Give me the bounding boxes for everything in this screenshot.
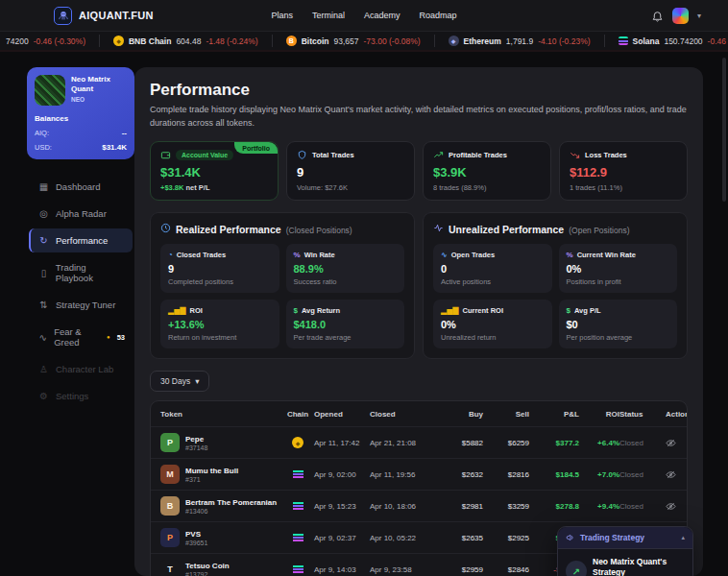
opened-date: Apr 9, 02:00	[314, 470, 370, 479]
wallet-icon	[160, 150, 171, 160]
chain-icon	[293, 534, 303, 541]
chevron-down-icon: ▾	[195, 376, 199, 386]
token-id: #13792	[185, 571, 230, 576]
bell-icon[interactable]	[651, 10, 664, 22]
metric-tile: ◔ Closed Trades 9 Completed positions	[160, 244, 279, 293]
portfolio-ribbon: Portfolio	[234, 142, 278, 154]
sidebar-item-settings[interactable]: ⚙ Settings	[29, 384, 133, 408]
metric-value: 0%	[441, 319, 545, 330]
ticker-price: 150.74200	[664, 36, 702, 46]
nav-link-plans[interactable]: Plans	[271, 11, 293, 20]
trend-down-icon	[570, 150, 580, 160]
popup-header[interactable]: Trading Strategy ▴	[558, 527, 692, 549]
opened-date: Apr 9, 02:37	[314, 534, 370, 542]
sidebar-item-performance[interactable]: ↻ Performance	[29, 228, 133, 252]
account-value-badge: Account Value	[176, 150, 233, 160]
profile-card: Neo Matrix Quant NEO Balances AIQ:-- USD…	[27, 67, 134, 159]
strategy-title: Neo Matrix Quant's Strategy	[593, 557, 685, 576]
brand-title[interactable]: AIQUANT.FUN	[79, 10, 154, 21]
sell-value: $3259	[483, 502, 529, 511]
opened-date: Apr 9, 15:23	[314, 502, 370, 511]
sidebar-item-strategy-tuner[interactable]: ⇅ Strategy Tuner	[29, 293, 133, 317]
shield-icon	[297, 150, 307, 160]
bar-chart-icon: ▂▅▇	[168, 306, 185, 315]
table-header: Token Chain Opened Closed Buy Sell P&L R…	[151, 401, 687, 426]
token-icon: B	[160, 496, 180, 516]
fear-greed-dot-icon: ●	[107, 334, 110, 340]
metric-value: 0	[441, 263, 545, 275]
main-panel: Performance Complete trade history displ…	[134, 67, 703, 576]
metric-value: 0%	[567, 263, 670, 275]
sell-value: $2816	[483, 470, 529, 479]
ticker-item: Bitcoin 93,657 -73.00 (-0.08%)	[272, 35, 434, 47]
nav-link-terminal[interactable]: Terminal	[312, 11, 345, 20]
token-name: Mumu the Bull	[185, 467, 238, 475]
time-range-dropdown[interactable]: 30 Days ▾	[150, 371, 209, 392]
price-ticker: 74200 -0.46 (-0.30%) BNB Chain 604.48 -1…	[0, 32, 728, 52]
page-description: Complete trade history displaying Neo Ma…	[150, 104, 688, 130]
token-name: PVS	[185, 530, 207, 539]
top-nav: AIQUANT.FUN Plans Terminal Academy Roadm…	[0, 0, 728, 32]
token-id: #37148	[185, 444, 207, 451]
chevron-up-icon[interactable]: ▴	[681, 534, 685, 541]
chevron-down-icon[interactable]: ▾	[697, 12, 701, 20]
pnl-value: $377.2	[529, 439, 579, 447]
eye-off-icon[interactable]	[666, 438, 676, 448]
token-id: #371	[185, 476, 238, 483]
sidebar-item-trading-playbook[interactable]: ▯ Trading Playbook	[29, 255, 133, 290]
nav-link-academy[interactable]: Academy	[364, 11, 400, 20]
book-icon: ▯	[38, 268, 49, 278]
page-title: Performance	[150, 81, 688, 100]
account-value-card: Portfolio Account Value $31.4K +$3.8K ne…	[150, 141, 279, 201]
buy-value: $2635	[437, 534, 483, 542]
token-icon: P	[160, 433, 180, 452]
sidebar-item-label: Settings	[56, 391, 88, 401]
sidebar-item-label: Strategy Tuner	[56, 300, 115, 310]
page-scrollbar[interactable]	[722, 58, 726, 202]
ticker-price: 74200	[6, 36, 29, 46]
metric-value: $418.0	[294, 319, 398, 330]
metric-sub: Positions in profit	[567, 277, 670, 286]
roi-value: +9.4%	[579, 502, 619, 511]
ticker-change: -0.46 (-0.30%)	[708, 36, 728, 46]
eye-off-icon[interactable]	[666, 469, 676, 480]
chain-icon	[292, 437, 303, 448]
activity-icon: ∿	[441, 251, 448, 259]
metric-label: Current ROI	[462, 306, 503, 315]
sidebar-item-fear-greed[interactable]: ∿ Fear & Greed ● 53	[29, 320, 133, 354]
user-avatar[interactable]	[672, 8, 689, 24]
status-badge: Closed	[619, 502, 666, 511]
unrealized-performance-panel: Unrealized Performance (Open Positions) …	[423, 212, 688, 359]
ticker-item: 74200 -0.46 (-0.30%)	[0, 35, 99, 47]
metric-tile: ▂▅▇ ROI +13.6% Return on investment	[160, 300, 279, 348]
sell-value: $2846	[483, 565, 529, 574]
coin-icon	[449, 36, 459, 46]
activity-icon: ∿	[38, 332, 47, 343]
metric-value: +13.6%	[168, 319, 272, 330]
eye-off-icon[interactable]	[666, 501, 676, 512]
octopus-logo-icon[interactable]	[54, 7, 72, 25]
ticker-price: 93,657	[334, 36, 359, 46]
trend-up-icon	[433, 150, 444, 160]
sidebar-item-alpha-radar[interactable]: ◎ Alpha Radar	[29, 202, 133, 226]
percent-icon: %	[567, 251, 573, 259]
sliders-icon: ⇅	[38, 300, 49, 310]
dollar-icon: $	[567, 306, 570, 315]
chain-icon	[293, 470, 303, 478]
token-icon: T	[160, 560, 180, 576]
sidebar-item-character-lab[interactable]: ♙ Character Lab	[29, 357, 133, 381]
closed-date: Apr 21, 21:08	[370, 439, 437, 447]
clock-icon	[160, 223, 171, 233]
buy-value: $2959	[437, 565, 483, 574]
sidebar-item-dashboard[interactable]: ▦ Dashboard	[29, 175, 133, 199]
metric-label: Open Trades	[451, 251, 495, 259]
closed-date: Apr 11, 19:56	[370, 470, 437, 479]
chain-icon	[293, 565, 303, 573]
metric-label: ROI	[189, 306, 202, 315]
bar-chart-icon: ▂▅▇	[441, 306, 458, 315]
nav-link-roadmap[interactable]: Roadmap	[420, 11, 457, 20]
metric-tile: $ Avg P/L $0 Per position average	[559, 300, 678, 348]
buy-value: $2981	[437, 502, 483, 511]
usd-balance-row: USD:$31.4K	[35, 143, 127, 152]
roi-value: +6.4%	[579, 439, 619, 447]
